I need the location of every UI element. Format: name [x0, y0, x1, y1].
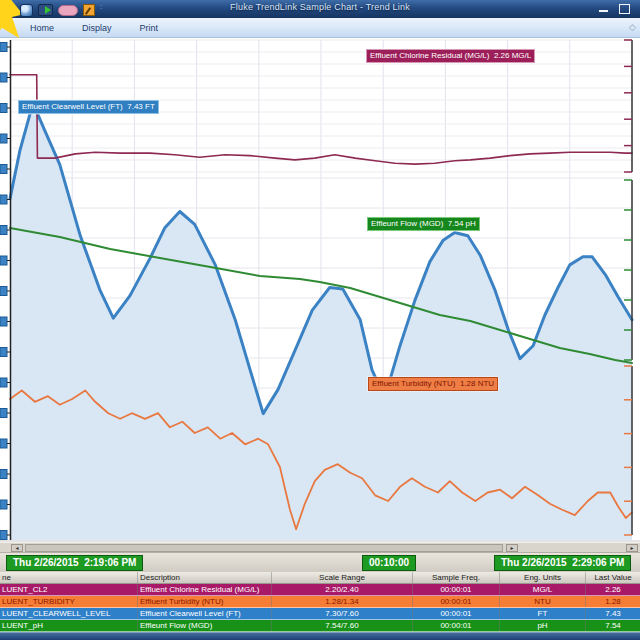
time-scrollbar[interactable]: ◂ ▸ ▸ [0, 542, 640, 552]
pen-eng-units: MG/L [500, 584, 586, 595]
pen-sample-freq: 00:00:01 [413, 596, 500, 607]
window-bottom-border [0, 632, 640, 640]
col-header-scale-range[interactable]: Scale Range [272, 572, 413, 583]
left-axis-tick-chip [0, 470, 7, 479]
col-header-eng-units[interactable]: Eng. Units [500, 572, 586, 583]
col-header-last-value[interactable]: Last Value [586, 572, 640, 583]
toolbar-overflow-icon[interactable]: : [100, 4, 104, 16]
export-folder-icon[interactable] [38, 4, 53, 16]
start-time-badge[interactable]: Thu 2/26/2015 2:19:06 PM [6, 555, 143, 571]
menu-print[interactable]: Print [136, 21, 163, 35]
pen-name: LUENT_pH [0, 620, 138, 631]
pen-name: LUENT_TURBIDITY [0, 596, 138, 607]
left-axis-tick-chip [0, 256, 7, 265]
pen-eng-units: FT [500, 608, 586, 619]
turbidity-series-label[interactable]: Effluent Turbidity (NTU) 1.28 NTU [368, 377, 498, 391]
menu-display[interactable]: Display [78, 21, 116, 35]
pen-scale-range: 7.30/7.60 [272, 608, 413, 619]
left-axis-tick-chip [0, 226, 7, 235]
left-axis-tick-chip [0, 73, 7, 82]
pen-scale-range: 2.20/2.40 [272, 584, 413, 595]
left-axis-tick-chip [0, 195, 7, 204]
table-row-chlorine[interactable]: LUENT_CL2 Effluent Chlorine Residual (MG… [0, 584, 640, 596]
app-menu-icon[interactable] [20, 4, 33, 17]
chlorine-series-label[interactable]: Effluent Chlorine Residual (MG/L) 2.26 M… [366, 49, 535, 63]
menu-home[interactable]: Home [26, 21, 58, 35]
table-row-flow[interactable]: LUENT_pH Effleunt Flow (MGD) 7.54/7.60 0… [0, 620, 640, 632]
trend-chart-area[interactable]: Effluent Chlorine Residual (MG/L) 2.26 M… [0, 38, 640, 542]
pen-scale-range: 1.28/1.34 [272, 596, 413, 607]
time-span-badge[interactable]: 00:10:00 [362, 555, 416, 571]
pen-last-value: 2.26 [586, 584, 640, 595]
col-header-sample-freq[interactable]: Sample Freq. [413, 572, 500, 583]
end-time-badge[interactable]: Thu 2/26/2015 2:29:06 PM [494, 555, 631, 571]
pen-last-value: 7.54 [586, 620, 640, 631]
col-header-description[interactable]: Description [138, 572, 272, 583]
pen-eng-units: pH [500, 620, 586, 631]
pen-last-value: 1.28 [586, 596, 640, 607]
table-row-clearwell[interactable]: LUENT_CLEARWELL_LEVEL Effluent Clearwell… [0, 608, 640, 620]
scroll-right-arrow-icon[interactable]: ▸ [506, 544, 518, 552]
pen-eng-units: NTU [500, 596, 586, 607]
pen-description: Effluent Turbidity (NTU) [138, 596, 272, 607]
pen-sample-freq: 00:00:01 [413, 608, 500, 619]
maximize-button[interactable] [616, 3, 632, 14]
pen-table: ne Description Scale Range Sample Freq. … [0, 572, 640, 632]
pen-name: LUENT_CL2 [0, 584, 138, 595]
minimize-button[interactable] [596, 3, 612, 14]
trendlink-window: Fluke TrendLink Sample Chart - Trend Lin… [0, 0, 640, 640]
pen-sample-freq: 00:00:01 [413, 620, 500, 631]
pen-name: LUENT_CLEARWELL_LEVEL [0, 608, 138, 619]
menu-pin-icon[interactable]: ◇ [629, 22, 636, 32]
pen-description: Effluent Chlorine Residual (MG/L) [138, 584, 272, 595]
pen-scale-range: 7.54/7.60 [272, 620, 413, 631]
edit-pencil-icon[interactable] [83, 4, 95, 16]
left-axis-tick-chip [0, 409, 7, 418]
col-header-name[interactable]: ne [0, 572, 138, 583]
left-axis-tick-chip [0, 378, 7, 387]
pen-last-value: 7.43 [586, 608, 640, 619]
pen-table-header: ne Description Scale Range Sample Freq. … [0, 572, 640, 584]
pen-description: Effluent Clearwell Level (FT) [138, 608, 272, 619]
left-axis-tick-chip [0, 439, 7, 448]
left-axis-tick-chip [0, 531, 7, 540]
scroll-right-end-arrow-icon[interactable]: ▸ [626, 544, 638, 552]
clearwell-series-label[interactable]: Effluent Clearwell Level (FT) 7.43 FT [18, 100, 159, 114]
pen-description: Effleunt Flow (MGD) [138, 620, 272, 631]
time-range-strip: Thu 2/26/2015 2:19:06 PM 00:10:00 Thu 2/… [0, 552, 640, 572]
pen-sample-freq: 00:00:01 [413, 584, 500, 595]
table-row-turbidity[interactable]: LUENT_TURBIDITY Effluent Turbidity (NTU)… [0, 596, 640, 608]
scroll-left-arrow-icon[interactable]: ◂ [11, 544, 23, 552]
left-axis-tick-chip [0, 134, 7, 143]
quick-access-toolbar: : [20, 3, 104, 17]
scrollbar-thumb[interactable] [25, 544, 503, 552]
flow-series-label[interactable]: Effleunt Flow (MGD) 7.54 pH [367, 217, 480, 231]
menu-bar: Home Display Print ◇ [0, 18, 640, 38]
left-axis-tick-chip [0, 348, 7, 357]
left-axis-tick-chip [0, 500, 7, 509]
left-axis-tick-chip [0, 104, 7, 113]
left-axis-tick-chip [0, 43, 7, 52]
left-axis-tick-chip [0, 165, 7, 174]
recent-chart-icon[interactable] [58, 5, 78, 16]
left-axis-tick-chip [0, 287, 7, 296]
left-axis-tick-chip [0, 317, 7, 326]
